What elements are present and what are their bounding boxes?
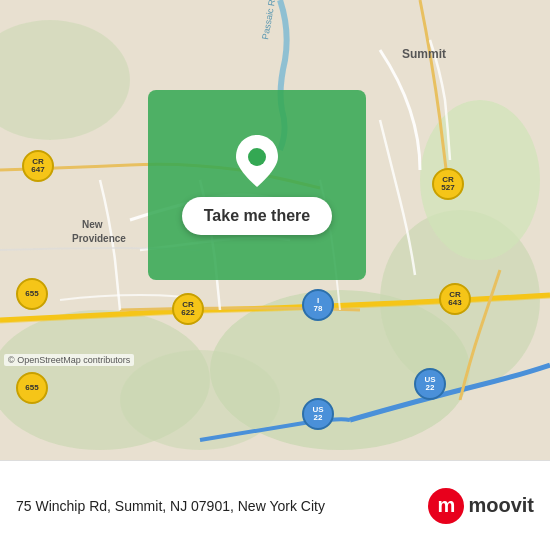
map-pin-icon bbox=[235, 135, 279, 187]
svg-point-6 bbox=[120, 350, 280, 450]
road-badge-us22a: US22 bbox=[414, 368, 446, 400]
road-badge-655b: 655 bbox=[16, 372, 48, 404]
road-badge-cr622: CR622 bbox=[172, 293, 204, 325]
svg-text:Providence: Providence bbox=[72, 233, 126, 244]
svg-text:New: New bbox=[82, 219, 103, 230]
road-badge-cr647: CR647 bbox=[22, 150, 54, 182]
moovit-logo-icon: m bbox=[428, 488, 464, 524]
road-badge-cr527: CR527 bbox=[432, 168, 464, 200]
road-badge-i78: I78 bbox=[302, 289, 334, 321]
osm-attribution: © OpenStreetMap contributors bbox=[4, 354, 134, 366]
svg-text:Summit: Summit bbox=[402, 47, 446, 61]
moovit-logo-text: moovit bbox=[468, 494, 534, 517]
map-container: Passaic River Summit New Providence bbox=[0, 0, 550, 460]
bottom-bar: 75 Winchip Rd, Summit, NJ 07901, New Yor… bbox=[0, 460, 550, 550]
address-text: 75 Winchip Rd, Summit, NJ 07901, New Yor… bbox=[16, 498, 428, 514]
svg-point-11 bbox=[248, 148, 266, 166]
take-me-there-button[interactable]: Take me there bbox=[182, 197, 332, 235]
road-badge-us22b: US22 bbox=[302, 398, 334, 430]
navigation-overlay: Take me there bbox=[148, 90, 366, 280]
road-badge-655a: 655 bbox=[16, 278, 48, 310]
moovit-logo: m moovit bbox=[428, 488, 534, 524]
road-badge-cr643: CR643 bbox=[439, 283, 471, 315]
